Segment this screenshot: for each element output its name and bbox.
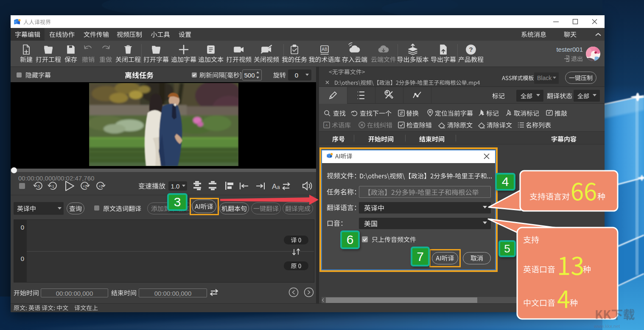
svg-text:www.kkx.net: www.kkx.net xyxy=(594,324,620,329)
